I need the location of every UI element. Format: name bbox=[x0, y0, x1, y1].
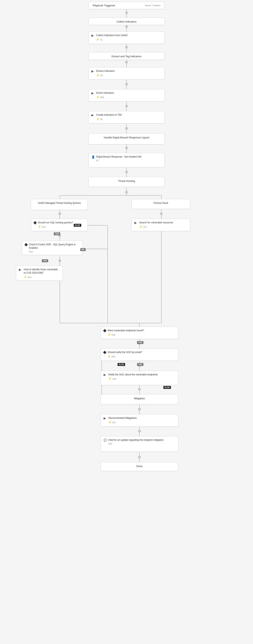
check-cortex-content: Check if Cortex XDR - XQL Query Engine i… bbox=[29, 243, 80, 253]
notify-soc-node[interactable]: ▶ Notify the SOC about the vulnerable en… bbox=[101, 371, 178, 385]
rapid-breach-content: Rapid Breach Response - Set Incident Inf… bbox=[96, 155, 162, 162]
svg-point-4 bbox=[125, 25, 128, 28]
svg-point-22 bbox=[125, 146, 128, 150]
check-cortex-number: #13 bbox=[29, 250, 80, 253]
svg-point-63 bbox=[138, 388, 141, 391]
create-tim-bolt: ⚡ #3 bbox=[96, 118, 162, 120]
search-vulnerable-number: #17 bbox=[143, 226, 147, 228]
search-vulnerable-label: Search for vulnerable resources bbox=[139, 221, 187, 224]
yes-badge-vulnerable: YES bbox=[137, 341, 143, 344]
recommended-mitigations-node[interactable]: ▶ Recommended Mitigations ⚡ #27 bbox=[101, 414, 178, 426]
were-vulnerable-label: Were vulnerable endpoints found? bbox=[108, 329, 175, 332]
svg-point-37 bbox=[160, 212, 163, 215]
rapid-breach-set-incident-node[interactable]: 👤 Rapid Breach Response - Set Incident I… bbox=[88, 153, 165, 167]
recommended-number: #27 bbox=[112, 421, 116, 424]
were-vulnerable-content: Were vulnerable endpoints found? ⚡ #15 bbox=[108, 329, 175, 336]
search-vulnerable-content: Search for vulnerable resources ⚡ #17 bbox=[139, 221, 187, 228]
should-notify-bolt: ⚡ #29 bbox=[108, 355, 175, 358]
enrich-indicators-content: Enrich Indicators ⚡ #30 bbox=[96, 91, 162, 98]
extract-indicators-content: Extract Indicators ⚡ #4 bbox=[96, 70, 162, 76]
arrow-right-icon3: ▶ bbox=[91, 92, 95, 95]
recommended-bolt: ⚡ #27 bbox=[108, 420, 175, 424]
done-label: Done bbox=[136, 465, 142, 468]
svg-point-13 bbox=[125, 83, 128, 86]
create-tim-number: #3 bbox=[100, 118, 103, 120]
svg-point-74 bbox=[138, 456, 141, 458]
threat-hunting-label: Threat Hunting bbox=[118, 180, 135, 182]
extract-tag-indicators-node[interactable]: Extract and Tag Indicators bbox=[88, 52, 165, 60]
extract-indicators-label: Extract Indicators bbox=[96, 70, 162, 73]
diamond-icon2 bbox=[24, 243, 28, 246]
playbook-triggered-label: Playbook Triggered bbox=[93, 4, 115, 7]
diamond-icon4 bbox=[103, 351, 107, 354]
svg-point-19 bbox=[125, 127, 128, 130]
done-node[interactable]: Done bbox=[101, 462, 178, 471]
hunt-hosts-label: Hunt to identify hosts vulnerable to CVE… bbox=[24, 268, 60, 275]
should-run-xql-number: #12 bbox=[42, 226, 45, 228]
collect-unit42-number: #1 bbox=[100, 38, 103, 41]
check-cortex-label: Check if Cortex XDR - XQL Query Engine i… bbox=[29, 243, 80, 250]
svg-point-25 bbox=[125, 170, 128, 173]
rapid-breach-number: #7 bbox=[96, 159, 162, 162]
collect-indicators-unit42-node[interactable]: ▶ Collect Indicators from Unit42 ⚡ #1 bbox=[88, 32, 165, 44]
were-vulnerable-found-node[interactable]: Were vulnerable endpoints found? ⚡ #15 bbox=[101, 327, 178, 339]
were-vulnerable-number: #15 bbox=[112, 334, 115, 336]
extract-indicators-node[interactable]: ▶ Extract Indicators ⚡ #4 bbox=[88, 67, 165, 80]
collect-indicators-node[interactable]: Collect Indicators bbox=[88, 18, 165, 25]
extract-indicators-bolt: ⚡ #4 bbox=[96, 74, 162, 76]
create-tim-label: Create indicators in TIM bbox=[96, 113, 162, 117]
threat-hunting-node[interactable]: Threat Hunting bbox=[88, 177, 165, 187]
collect-indicators-label: Collect Indicators bbox=[117, 20, 136, 23]
check-cortex-xdr-node[interactable]: Check if Cortex XDR - XQL Query Engine i… bbox=[22, 241, 83, 255]
enrich-indicators-label: Enrich Indicators bbox=[96, 91, 162, 95]
should-notify-soc-node[interactable]: Should notify the SOC by email? ⚡ #29 bbox=[101, 348, 178, 361]
yes-badge-xql: YES bbox=[54, 232, 60, 235]
recommended-label: Recommended Mitigations bbox=[108, 416, 175, 420]
arrow-right-icon5: ▶ bbox=[134, 221, 138, 224]
handle-rapid-breach-node[interactable]: Handle Rapid Breach Response Layout bbox=[88, 134, 165, 144]
hunt-hosts-number: #14 bbox=[28, 276, 31, 278]
no-badge-cortex: NO bbox=[80, 248, 86, 251]
svg-point-49 bbox=[58, 259, 61, 262]
collect-unit42-content: Collect Indicators from Unit42 ⚡ #1 bbox=[96, 34, 162, 41]
unit42-managed-node[interactable]: Unit42 Managed Threat Hunting Queries bbox=[31, 199, 88, 210]
enrich-indicators-number: #30 bbox=[100, 96, 104, 98]
diamond-icon bbox=[33, 221, 37, 224]
hunt-identify-hosts-node[interactable]: ▶ Hunt to identify hosts vulnerable to C… bbox=[16, 266, 63, 280]
svg-point-7 bbox=[125, 46, 128, 49]
inputs-outputs-label[interactable]: Inputs / Outputs bbox=[145, 4, 160, 6]
enrich-indicators-bolt: ⚡ #30 bbox=[96, 96, 162, 98]
arrow-right-icon2: ▶ bbox=[91, 70, 95, 73]
svg-point-71 bbox=[138, 430, 141, 432]
arrow-right-icon4: ▶ bbox=[91, 114, 95, 117]
svg-point-1 bbox=[125, 11, 128, 14]
prisma-cloud-label: Prisma Cloud bbox=[154, 202, 168, 204]
else-badge-notify-soc-bottom: ELSE bbox=[163, 386, 171, 389]
recommended-content: Recommended Mitigations ⚡ #27 bbox=[108, 416, 175, 424]
person-icon: 👤 bbox=[91, 155, 95, 158]
mitigation-label: Mitigation bbox=[134, 397, 145, 400]
unit42-managed-label: Unit42 Managed Threat Hunting Queries bbox=[38, 202, 81, 204]
else-badge-xql: ELSE bbox=[74, 224, 81, 227]
svg-point-10 bbox=[125, 61, 128, 64]
yes-badge-notify: YES bbox=[137, 363, 143, 366]
playbook-triggered-node[interactable]: Playbook Triggered Inputs / Outputs bbox=[88, 2, 165, 9]
hold-update-node[interactable]: 💬 Hold for an update regarding the endpo… bbox=[101, 436, 178, 452]
mitigation-node[interactable]: Mitigation bbox=[101, 394, 178, 404]
search-vulnerable-node[interactable]: ▶ Search for vulnerable resources ⚡ #17 bbox=[131, 219, 190, 231]
diamond-icon3 bbox=[103, 329, 107, 332]
hold-update-label: Hold for an update regarding the endpoin… bbox=[108, 438, 175, 442]
collect-unit42-bolt: ⚡ #1 bbox=[96, 38, 162, 41]
hunt-hosts-content: Hunt to identify hosts vulnerable to CVE… bbox=[24, 268, 60, 278]
else-badge-notify: ELSE bbox=[118, 363, 125, 366]
svg-point-68 bbox=[138, 408, 141, 411]
flowchart-canvas: Playbook Triggered Inputs / Outputs Coll… bbox=[0, 0, 253, 644]
create-indicators-tim-node[interactable]: ▶ Create indicators in TIM ⚡ #3 bbox=[88, 111, 165, 124]
hold-update-content: Hold for an update regarding the endpoin… bbox=[108, 438, 175, 445]
were-vulnerable-bolt: ⚡ #15 bbox=[108, 333, 175, 336]
rapid-breach-label: Rapid Breach Response - Set Incident Inf… bbox=[96, 155, 162, 158]
arrow-right-icon: ▶ bbox=[91, 34, 95, 37]
notify-soc-number: #28 bbox=[112, 378, 116, 380]
prisma-cloud-node[interactable]: Prisma Cloud bbox=[131, 199, 190, 209]
enrich-indicators-node[interactable]: ▶ Enrich Indicators ⚡ #30 bbox=[88, 89, 165, 102]
